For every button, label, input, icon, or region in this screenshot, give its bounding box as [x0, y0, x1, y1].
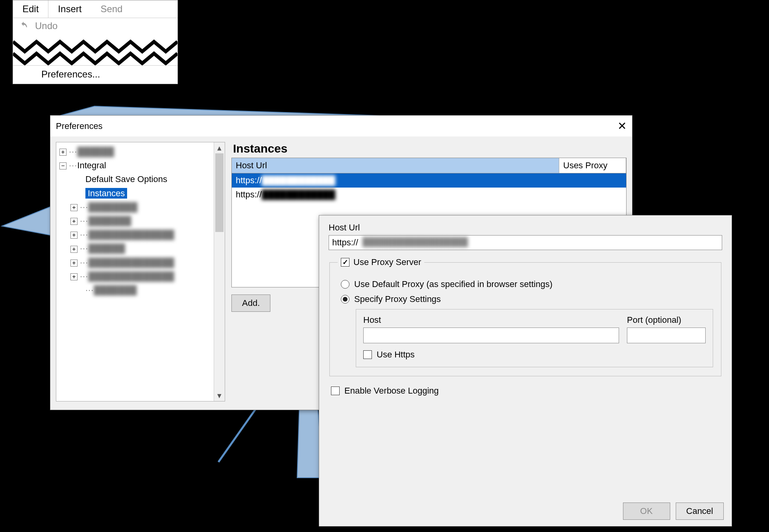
- proxy-port-label: Port (optional): [627, 315, 706, 325]
- preferences-titlebar: Preferences ✕: [50, 116, 632, 136]
- scroll-thumb[interactable]: [215, 153, 224, 232]
- tearoff-zigzag: [13, 34, 177, 65]
- checkbox-icon: [331, 387, 340, 395]
- host-url-dialog: Host Url ██████████████████ Use Proxy Se…: [319, 215, 732, 526]
- preferences-tree[interactable]: +···██████ −···Integral Default Save Opt…: [56, 142, 225, 401]
- table-row[interactable]: https://████████████: [232, 173, 626, 188]
- scroll-up-icon[interactable]: ▴: [214, 142, 225, 153]
- proxy-host-input[interactable]: [363, 328, 619, 343]
- radio-icon: [341, 280, 349, 289]
- column-host-url[interactable]: Host Url: [232, 158, 559, 173]
- checkbox-icon: [363, 350, 372, 359]
- proxy-group: Use Proxy Server Use Default Proxy (as s…: [329, 257, 721, 376]
- ok-button[interactable]: OK: [623, 503, 670, 520]
- proxy-settings-group: Host Port (optional) Use Https: [356, 309, 713, 367]
- expand-icon[interactable]: +: [70, 232, 78, 239]
- tree-scrollbar[interactable]: ▴ ▾: [214, 142, 225, 401]
- expand-icon[interactable]: +: [70, 218, 78, 225]
- radio-icon: [341, 295, 349, 304]
- proxy-port-input[interactable]: [627, 328, 706, 343]
- edit-menu-popup: Edit Insert Send Undo Preferences...: [13, 0, 178, 84]
- radio-specify-proxy[interactable]: Specify Proxy Settings: [341, 294, 713, 304]
- tree-node-instances[interactable]: Instances: [85, 188, 127, 199]
- undo-label: Undo: [30, 20, 57, 31]
- tree-node-default-save[interactable]: Default Save Options: [85, 174, 167, 184]
- use-proxy-checkbox[interactable]: Use Proxy Server: [338, 257, 424, 267]
- preferences-title: Preferences: [56, 121, 103, 131]
- proxy-host-label: Host: [363, 315, 619, 325]
- menubar: Edit Insert Send: [13, 0, 177, 18]
- add-button[interactable]: Add.: [231, 295, 270, 312]
- tree-node-integral[interactable]: Integral: [77, 160, 106, 170]
- instances-heading: Instances: [233, 142, 627, 155]
- use-https-checkbox[interactable]: Use Https: [363, 350, 706, 360]
- expand-icon[interactable]: +: [70, 204, 78, 211]
- expand-icon[interactable]: +: [70, 260, 78, 267]
- preferences-menu-item[interactable]: Preferences...: [13, 65, 177, 84]
- close-icon[interactable]: ✕: [617, 120, 627, 133]
- menu-tab-edit[interactable]: Edit: [13, 0, 48, 18]
- column-uses-proxy[interactable]: Uses Proxy: [559, 158, 626, 173]
- expand-icon[interactable]: +: [70, 246, 78, 253]
- undo-menu-item[interactable]: Undo: [13, 18, 177, 34]
- radio-use-default-proxy[interactable]: Use Default Proxy (as specified in brows…: [341, 279, 713, 289]
- menu-tab-send[interactable]: Send: [91, 0, 132, 18]
- enable-verbose-logging-checkbox[interactable]: Enable Verbose Logging: [331, 386, 722, 396]
- checkbox-icon: [341, 258, 349, 267]
- table-row[interactable]: https://████████████: [232, 188, 626, 202]
- cancel-button[interactable]: Cancel: [676, 503, 724, 520]
- collapse-icon[interactable]: −: [59, 162, 67, 169]
- expand-icon[interactable]: +: [59, 149, 67, 156]
- undo-icon: [17, 20, 30, 31]
- expand-icon[interactable]: +: [70, 273, 78, 280]
- host-url-label: Host Url: [329, 223, 722, 233]
- menu-tab-insert[interactable]: Insert: [48, 0, 91, 18]
- scroll-down-icon[interactable]: ▾: [214, 390, 225, 401]
